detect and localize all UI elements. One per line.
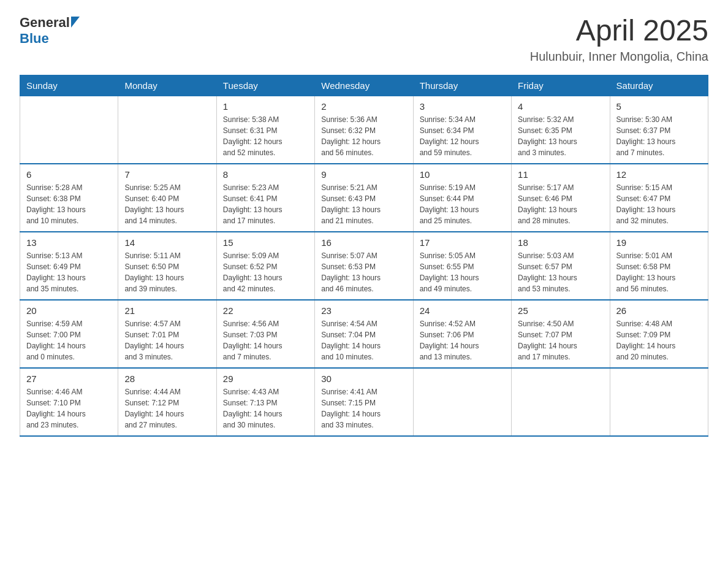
col-thursday: Thursday bbox=[413, 75, 511, 96]
day-number: 3 bbox=[420, 101, 505, 112]
calendar-cell: 1Sunrise: 5:38 AMSunset: 6:31 PMDaylight… bbox=[216, 96, 314, 164]
col-friday: Friday bbox=[512, 75, 610, 96]
day-number: 4 bbox=[518, 101, 603, 112]
calendar-cell: 21Sunrise: 4:57 AMSunset: 7:01 PMDayligh… bbox=[118, 300, 216, 368]
calendar-table: Sunday Monday Tuesday Wednesday Thursday… bbox=[20, 75, 708, 437]
col-tuesday: Tuesday bbox=[216, 75, 314, 96]
svg-marker-0 bbox=[71, 17, 80, 28]
calendar-cell: 23Sunrise: 4:54 AMSunset: 7:04 PMDayligh… bbox=[315, 300, 413, 368]
day-info: Sunrise: 4:59 AMSunset: 7:00 PMDaylight:… bbox=[26, 318, 112, 362]
day-number: 15 bbox=[223, 237, 308, 248]
day-info: Sunrise: 5:07 AMSunset: 6:53 PMDaylight:… bbox=[321, 250, 406, 294]
day-number: 9 bbox=[321, 169, 406, 180]
day-number: 30 bbox=[321, 373, 406, 384]
header-row: Sunday Monday Tuesday Wednesday Thursday… bbox=[20, 75, 708, 96]
col-monday: Monday bbox=[118, 75, 216, 96]
calendar-cell: 4Sunrise: 5:32 AMSunset: 6:35 PMDaylight… bbox=[512, 96, 610, 164]
title-area: April 2025 Hulunbuir, Inner Mongolia, Ch… bbox=[530, 15, 708, 64]
location-subtitle: Hulunbuir, Inner Mongolia, China bbox=[530, 50, 708, 64]
calendar-header: Sunday Monday Tuesday Wednesday Thursday… bbox=[20, 75, 708, 96]
calendar-cell: 16Sunrise: 5:07 AMSunset: 6:53 PMDayligh… bbox=[315, 232, 413, 300]
day-number: 8 bbox=[223, 169, 308, 180]
calendar-cell: 27Sunrise: 4:46 AMSunset: 7:10 PMDayligh… bbox=[20, 368, 118, 436]
day-number: 13 bbox=[26, 237, 112, 248]
day-info: Sunrise: 5:15 AMSunset: 6:47 PMDaylight:… bbox=[616, 182, 702, 226]
day-number: 21 bbox=[124, 305, 210, 316]
day-number: 19 bbox=[616, 237, 702, 248]
calendar-cell: 9Sunrise: 5:21 AMSunset: 6:43 PMDaylight… bbox=[315, 164, 413, 232]
logo-text-general: General bbox=[20, 15, 70, 31]
day-number: 11 bbox=[518, 169, 603, 180]
day-number: 5 bbox=[616, 101, 702, 112]
day-number: 25 bbox=[518, 305, 603, 316]
day-number: 2 bbox=[321, 101, 406, 112]
day-info: Sunrise: 5:23 AMSunset: 6:41 PMDaylight:… bbox=[223, 182, 308, 226]
logo: General Blue bbox=[20, 15, 80, 47]
day-info: Sunrise: 5:36 AMSunset: 6:32 PMDaylight:… bbox=[321, 114, 406, 158]
calendar-cell: 11Sunrise: 5:17 AMSunset: 6:46 PMDayligh… bbox=[512, 164, 610, 232]
calendar-cell: 17Sunrise: 5:05 AMSunset: 6:55 PMDayligh… bbox=[413, 232, 511, 300]
day-number: 24 bbox=[420, 305, 505, 316]
calendar-cell: 12Sunrise: 5:15 AMSunset: 6:47 PMDayligh… bbox=[610, 164, 708, 232]
day-number: 26 bbox=[616, 305, 702, 316]
calendar-cell: 29Sunrise: 4:43 AMSunset: 7:13 PMDayligh… bbox=[216, 368, 314, 436]
day-info: Sunrise: 5:13 AMSunset: 6:49 PMDaylight:… bbox=[26, 250, 112, 294]
calendar-cell: 2Sunrise: 5:36 AMSunset: 6:32 PMDaylight… bbox=[315, 96, 413, 164]
day-info: Sunrise: 5:32 AMSunset: 6:35 PMDaylight:… bbox=[518, 114, 603, 158]
calendar-cell: 7Sunrise: 5:25 AMSunset: 6:40 PMDaylight… bbox=[118, 164, 216, 232]
day-number: 22 bbox=[223, 305, 308, 316]
day-number: 17 bbox=[420, 237, 505, 248]
day-info: Sunrise: 4:56 AMSunset: 7:03 PMDaylight:… bbox=[223, 318, 308, 362]
day-number: 16 bbox=[321, 237, 406, 248]
calendar-week-row: 20Sunrise: 4:59 AMSunset: 7:00 PMDayligh… bbox=[20, 300, 708, 368]
day-number: 6 bbox=[26, 169, 112, 180]
day-info: Sunrise: 4:48 AMSunset: 7:09 PMDaylight:… bbox=[616, 318, 702, 362]
day-number: 29 bbox=[223, 373, 308, 384]
day-info: Sunrise: 5:28 AMSunset: 6:38 PMDaylight:… bbox=[26, 182, 112, 226]
calendar-cell: 14Sunrise: 5:11 AMSunset: 6:50 PMDayligh… bbox=[118, 232, 216, 300]
day-info: Sunrise: 5:11 AMSunset: 6:50 PMDaylight:… bbox=[124, 250, 210, 294]
calendar-cell: 24Sunrise: 4:52 AMSunset: 7:06 PMDayligh… bbox=[413, 300, 511, 368]
calendar-cell: 5Sunrise: 5:30 AMSunset: 6:37 PMDaylight… bbox=[610, 96, 708, 164]
calendar-week-row: 1Sunrise: 5:38 AMSunset: 6:31 PMDaylight… bbox=[20, 96, 708, 164]
calendar-cell: 6Sunrise: 5:28 AMSunset: 6:38 PMDaylight… bbox=[20, 164, 118, 232]
day-info: Sunrise: 4:57 AMSunset: 7:01 PMDaylight:… bbox=[124, 318, 210, 362]
day-info: Sunrise: 5:19 AMSunset: 6:44 PMDaylight:… bbox=[420, 182, 505, 226]
day-number: 10 bbox=[420, 169, 505, 180]
day-info: Sunrise: 5:21 AMSunset: 6:43 PMDaylight:… bbox=[321, 182, 406, 226]
day-info: Sunrise: 4:54 AMSunset: 7:04 PMDaylight:… bbox=[321, 318, 406, 362]
day-info: Sunrise: 4:52 AMSunset: 7:06 PMDaylight:… bbox=[420, 318, 505, 362]
calendar-cell: 22Sunrise: 4:56 AMSunset: 7:03 PMDayligh… bbox=[216, 300, 314, 368]
calendar-body: 1Sunrise: 5:38 AMSunset: 6:31 PMDaylight… bbox=[20, 96, 708, 436]
col-sunday: Sunday bbox=[20, 75, 118, 96]
calendar-cell: 26Sunrise: 4:48 AMSunset: 7:09 PMDayligh… bbox=[610, 300, 708, 368]
col-wednesday: Wednesday bbox=[315, 75, 413, 96]
calendar-cell bbox=[20, 96, 118, 164]
col-saturday: Saturday bbox=[610, 75, 708, 96]
calendar-cell bbox=[512, 368, 610, 436]
day-info: Sunrise: 4:41 AMSunset: 7:15 PMDaylight:… bbox=[321, 386, 406, 431]
calendar-cell bbox=[610, 368, 708, 436]
calendar-cell bbox=[118, 96, 216, 164]
day-info: Sunrise: 4:43 AMSunset: 7:13 PMDaylight:… bbox=[223, 386, 308, 431]
day-number: 23 bbox=[321, 305, 406, 316]
day-info: Sunrise: 4:44 AMSunset: 7:12 PMDaylight:… bbox=[124, 386, 210, 431]
calendar-cell: 20Sunrise: 4:59 AMSunset: 7:00 PMDayligh… bbox=[20, 300, 118, 368]
calendar-cell: 10Sunrise: 5:19 AMSunset: 6:44 PMDayligh… bbox=[413, 164, 511, 232]
calendar-cell: 13Sunrise: 5:13 AMSunset: 6:49 PMDayligh… bbox=[20, 232, 118, 300]
calendar-cell: 19Sunrise: 5:01 AMSunset: 6:58 PMDayligh… bbox=[610, 232, 708, 300]
day-number: 14 bbox=[124, 237, 210, 248]
month-year-title: April 2025 bbox=[530, 15, 708, 47]
day-number: 18 bbox=[518, 237, 603, 248]
day-number: 7 bbox=[124, 169, 210, 180]
logo-triangle-icon bbox=[71, 17, 80, 28]
calendar-cell bbox=[413, 368, 511, 436]
calendar-cell: 3Sunrise: 5:34 AMSunset: 6:34 PMDaylight… bbox=[413, 96, 511, 164]
day-number: 12 bbox=[616, 169, 702, 180]
day-number: 20 bbox=[26, 305, 112, 316]
calendar-cell: 28Sunrise: 4:44 AMSunset: 7:12 PMDayligh… bbox=[118, 368, 216, 436]
day-info: Sunrise: 5:09 AMSunset: 6:52 PMDaylight:… bbox=[223, 250, 308, 294]
day-info: Sunrise: 5:34 AMSunset: 6:34 PMDaylight:… bbox=[420, 114, 505, 158]
calendar-cell: 25Sunrise: 4:50 AMSunset: 7:07 PMDayligh… bbox=[512, 300, 610, 368]
day-number: 28 bbox=[124, 373, 210, 384]
